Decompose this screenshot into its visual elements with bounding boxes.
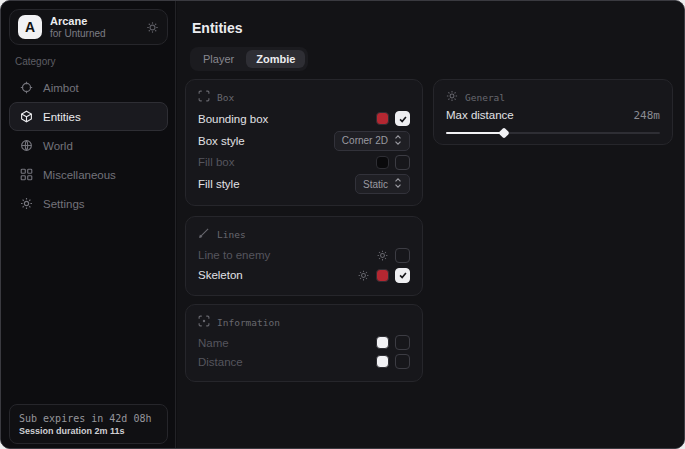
setting-label: Fill box xyxy=(198,156,234,168)
box-icon xyxy=(198,90,210,104)
sidebar-nav: Aimbot Entities World xyxy=(9,73,168,218)
globe-icon xyxy=(19,139,33,152)
color-swatch[interactable] xyxy=(376,355,389,368)
card-title: Information xyxy=(217,317,280,328)
setting-label: Line to enemy xyxy=(198,249,270,261)
lines-card: Lines Line to enemy Skeleton xyxy=(185,216,423,296)
sub-expiry-text: Sub expires in 42d 08h xyxy=(19,413,158,424)
setting-label: Name xyxy=(198,337,229,349)
setting-row: Fill box xyxy=(198,152,410,174)
tab-player[interactable]: Player xyxy=(193,50,244,68)
category-label: Category xyxy=(15,56,56,67)
chevron-updown-icon xyxy=(394,178,402,190)
row-gear-icon[interactable] xyxy=(357,269,370,282)
fill-style-dropdown[interactable]: Static xyxy=(355,174,410,194)
color-swatch[interactable] xyxy=(376,156,389,169)
setting-label: Distance xyxy=(198,356,243,368)
card-title: Box xyxy=(217,92,234,103)
slider-fill xyxy=(446,132,504,134)
crosshair-icon xyxy=(19,81,33,94)
checkbox[interactable] xyxy=(395,155,410,170)
app-header: A Arcane for Unturned xyxy=(9,9,168,45)
gear-icon xyxy=(446,90,458,104)
refresh-gear-icon[interactable] xyxy=(146,21,159,34)
color-swatch[interactable] xyxy=(376,112,389,125)
subscription-info: Sub expires in 42d 08h Session duration … xyxy=(9,404,168,444)
setting-row: Bounding box xyxy=(198,108,410,130)
checkbox[interactable] xyxy=(395,111,410,126)
setting-label: Box style xyxy=(198,135,245,147)
card-title: General xyxy=(465,92,505,103)
color-swatch[interactable] xyxy=(376,336,389,349)
sidebar-item-label: Entities xyxy=(43,111,81,123)
dropdown-value: Corner 2D xyxy=(342,135,388,146)
card-title: Lines xyxy=(217,229,246,240)
dropdown-value: Static xyxy=(363,179,388,190)
grid-icon xyxy=(19,168,33,181)
sidebar: A Arcane for Unturned Category Aimbot xyxy=(1,1,176,448)
sidebar-item-aimbot[interactable]: Aimbot xyxy=(9,73,168,102)
entities-icon xyxy=(19,110,33,123)
setting-row: Skeleton xyxy=(198,265,410,285)
box-card: Box Bounding box Box style Corner 2D xyxy=(185,79,423,206)
setting-row: Line to enemy xyxy=(198,245,410,265)
session-duration-text: Session duration 2m 11s xyxy=(19,426,158,436)
setting-row: Box style Corner 2D xyxy=(198,130,410,152)
setting-row: Distance xyxy=(198,352,410,371)
app-subtitle: for Unturned xyxy=(50,28,138,40)
app-logo: A xyxy=(18,15,42,39)
entity-tabs: Player Zombie xyxy=(190,47,308,71)
max-distance-slider[interactable] xyxy=(446,132,660,134)
sidebar-item-label: Settings xyxy=(43,198,85,210)
sidebar-item-settings[interactable]: Settings xyxy=(9,189,168,218)
page-title: Entities xyxy=(192,20,243,36)
slider-thumb[interactable] xyxy=(498,127,509,138)
setting-row: Name xyxy=(198,333,410,352)
setting-label: Bounding box xyxy=(198,113,268,125)
setting-label: Max distance xyxy=(446,109,514,121)
sidebar-item-world[interactable]: World xyxy=(9,131,168,160)
information-card: Information Name Distance xyxy=(185,304,423,382)
box-style-dropdown[interactable]: Corner 2D xyxy=(334,131,410,151)
row-gear-icon[interactable] xyxy=(376,249,389,262)
color-swatch[interactable] xyxy=(376,269,389,282)
tab-zombie[interactable]: Zombie xyxy=(246,50,305,68)
app-name: Arcane xyxy=(50,15,138,28)
setting-row: Fill style Static xyxy=(198,173,410,195)
setting-label: Skeleton xyxy=(198,269,243,281)
sidebar-item-label: Miscellaneous xyxy=(43,169,116,181)
sidebar-item-entities[interactable]: Entities xyxy=(9,102,168,131)
max-distance-value: 248m xyxy=(634,109,661,122)
checkbox[interactable] xyxy=(395,335,410,350)
sidebar-item-label: World xyxy=(43,140,73,152)
general-card: General Max distance 248m xyxy=(433,79,673,145)
app-window: A Arcane for Unturned Category Aimbot xyxy=(0,0,685,449)
setting-label: Fill style xyxy=(198,178,240,190)
checkbox[interactable] xyxy=(395,268,410,283)
chevron-updown-icon xyxy=(394,135,402,147)
sidebar-item-label: Aimbot xyxy=(43,82,79,94)
line-icon xyxy=(198,227,210,241)
gear-icon xyxy=(19,197,33,210)
checkbox[interactable] xyxy=(395,354,410,369)
setting-row: Max distance 248m xyxy=(446,108,660,123)
checkbox[interactable] xyxy=(395,248,410,263)
sidebar-item-miscellaneous[interactable]: Miscellaneous xyxy=(9,160,168,189)
scan-icon xyxy=(198,315,210,329)
main-content: Entities Player Zombie Box Bounding box xyxy=(177,1,684,448)
